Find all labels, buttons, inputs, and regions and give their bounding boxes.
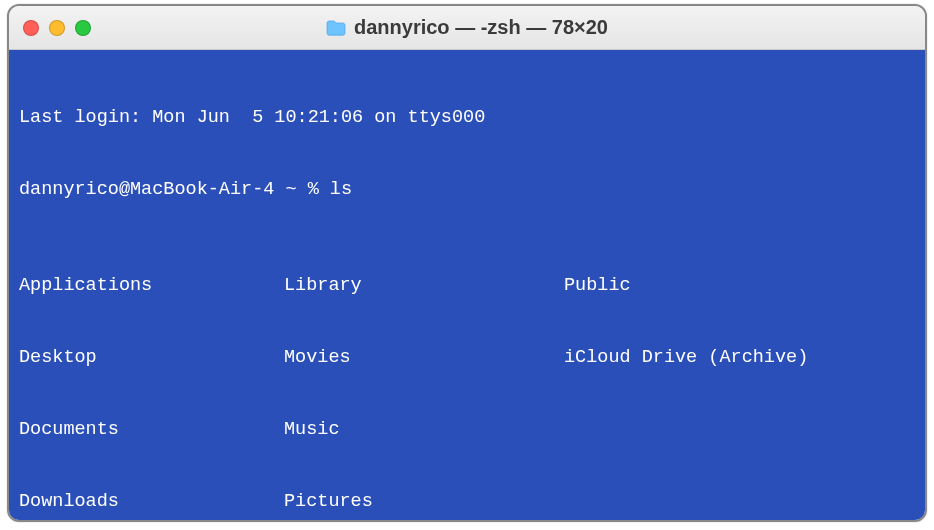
prompt-text: dannyrico@MacBook-Air-4 ~ % xyxy=(19,179,330,200)
last-login-line: Last login: Mon Jun 5 10:21:06 on ttys00… xyxy=(19,106,915,130)
ls-cell: Documents xyxy=(19,418,284,442)
traffic-lights xyxy=(23,20,91,36)
terminal-body[interactable]: Last login: Mon Jun 5 10:21:06 on ttys00… xyxy=(9,50,925,520)
ls-cell: Library xyxy=(284,274,564,298)
minimize-icon[interactable] xyxy=(49,20,65,36)
ls-cell: Public xyxy=(564,274,915,298)
folder-icon xyxy=(326,20,346,36)
ls-cell: Applications xyxy=(19,274,284,298)
ls-cell: Pictures xyxy=(284,490,564,514)
ls-cell: iCloud Drive (Archive) xyxy=(564,346,915,370)
ls-row: Downloads Pictures xyxy=(19,490,915,514)
titlebar: dannyrico — -zsh — 78×20 xyxy=(9,6,925,50)
ls-cell: Downloads xyxy=(19,490,284,514)
ls-cell: Movies xyxy=(284,346,564,370)
ls-row: Desktop Movies iCloud Drive (Archive) xyxy=(19,346,915,370)
window-title-wrap: dannyrico — -zsh — 78×20 xyxy=(9,16,925,39)
command-text: ls xyxy=(330,179,352,200)
window-title: dannyrico — -zsh — 78×20 xyxy=(354,16,608,39)
ls-cell xyxy=(564,490,915,514)
close-icon[interactable] xyxy=(23,20,39,36)
prompt-line-1: dannyrico@MacBook-Air-4 ~ % ls xyxy=(19,178,915,202)
zoom-icon[interactable] xyxy=(75,20,91,36)
ls-row: Documents Music xyxy=(19,418,915,442)
ls-cell xyxy=(564,418,915,442)
ls-cell: Desktop xyxy=(19,346,284,370)
ls-row: Applications Library Public xyxy=(19,274,915,298)
ls-cell: Music xyxy=(284,418,564,442)
terminal-window: dannyrico — -zsh — 78×20 Last login: Mon… xyxy=(7,4,927,522)
